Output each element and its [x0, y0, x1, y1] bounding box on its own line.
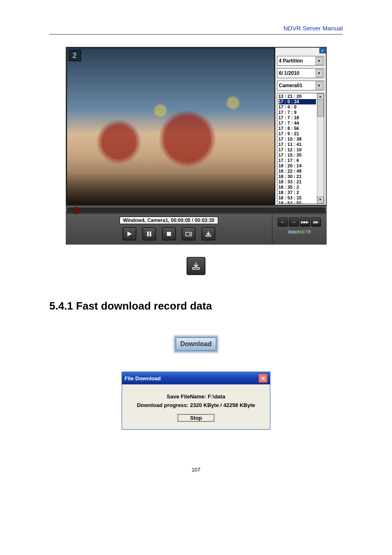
download-button[interactable]	[201, 227, 215, 240]
seek-thumb[interactable]	[75, 207, 78, 214]
chevron-down-icon[interactable]: ▾	[316, 57, 323, 65]
stop-button[interactable]	[162, 227, 176, 240]
dialog-titlebar[interactable]: File Download ✕	[122, 372, 270, 384]
chevron-down-icon[interactable]: ▾	[316, 81, 323, 90]
time-item[interactable]: 18 : 20 : 14	[279, 163, 316, 169]
time-item[interactable]: 17 : 0 : 24	[279, 99, 316, 104]
svg-rect-1	[147, 231, 149, 236]
side-panel: × 4 Partition ▾ 6/ 1/2010 ▾ Camera01 ▾ 1…	[275, 48, 326, 205]
page-number: 107	[49, 467, 343, 473]
time-item[interactable]: 17 : 4 : 0	[279, 104, 316, 110]
download-icon	[187, 257, 205, 275]
date-value: 6/ 1/2010	[279, 70, 300, 76]
video-viewport[interactable]: 2	[67, 48, 275, 205]
nav-forward-button[interactable]: →	[289, 217, 299, 227]
time-item[interactable]: 17 : 15 : 35	[279, 153, 316, 158]
partition-value: 4 Partition	[279, 58, 303, 64]
svg-rect-7	[193, 268, 199, 269]
chevron-down-icon[interactable]: ▾	[316, 69, 323, 77]
time-item[interactable]: 18 : 22 : 49	[279, 169, 316, 174]
time-item[interactable]: 18 : 54 : 55	[279, 201, 316, 204]
close-icon[interactable]: ×	[319, 48, 326, 53]
brand-label: WatchNET®	[288, 230, 311, 234]
time-item[interactable]: 17 : 17 : 6	[279, 158, 316, 163]
stop-button[interactable]: Stop	[178, 414, 215, 422]
camera-select[interactable]: Camera01 ▾	[277, 81, 324, 90]
file-download-dialog: File Download ✕ Save FileName: F:\data D…	[122, 372, 270, 430]
pause-button[interactable]	[142, 227, 156, 240]
svg-rect-6	[206, 235, 211, 236]
svg-point-5	[189, 234, 191, 235]
time-item[interactable]: 18 : 35 : 2	[279, 185, 316, 190]
time-item[interactable]: 17 : 7 : 18	[279, 115, 316, 120]
snapshot-button[interactable]	[182, 227, 196, 240]
time-listbox[interactable]: 13 : 21 : 2017 : 0 : 2417 : 4 : 017 : 7 …	[277, 93, 324, 204]
scrollbar[interactable]: ▴ ▾	[317, 93, 324, 204]
play-button[interactable]	[122, 227, 136, 240]
camera-value: Camera01	[279, 83, 302, 88]
nav-button-row: ← → ▸▸▸ ▸▸	[278, 217, 321, 227]
nav-end-button[interactable]: ▸▸	[311, 217, 321, 227]
svg-marker-0	[127, 231, 132, 236]
time-item[interactable]: 17 : 10 : 38	[279, 136, 316, 142]
download-rect-button[interactable]: Download	[175, 337, 217, 351]
close-icon[interactable]: ✕	[258, 374, 267, 383]
svg-rect-2	[150, 231, 151, 236]
camera-badge: 2	[69, 50, 81, 61]
scroll-down-icon[interactable]: ▾	[317, 197, 324, 204]
time-item[interactable]: 18 : 37 : 2	[279, 190, 316, 195]
svg-rect-3	[167, 232, 171, 236]
dialog-title: File Download	[125, 375, 161, 382]
time-item[interactable]: 17 : 12 : 10	[279, 147, 316, 153]
time-item[interactable]: 13 : 21 : 20	[279, 94, 316, 99]
section-heading: 5.4.1 Fast download record data	[49, 300, 343, 312]
time-item[interactable]: 17 : 7 : 9	[279, 110, 316, 115]
time-item[interactable]: 17 : 9 : 21	[279, 131, 316, 136]
seek-track[interactable]	[67, 208, 325, 213]
nav-back-button[interactable]: ←	[278, 217, 288, 227]
nav-fast-forward-button[interactable]: ▸▸▸	[300, 217, 310, 227]
time-item[interactable]: 17 : 11 : 41	[279, 142, 316, 147]
partition-select[interactable]: 4 Partition ▾	[277, 56, 324, 66]
player-window: 2 × 4 Partition ▾ 6/ 1/2010 ▾ Camera01 ▾…	[66, 47, 327, 245]
scroll-thumb[interactable]	[317, 99, 324, 117]
dialog-filename: Save FileName: F:\data	[126, 393, 266, 400]
seek-bar-row	[66, 206, 327, 214]
time-item[interactable]: 17 : 8 : 56	[279, 126, 316, 131]
playback-status: Window4, Camera1, 00:00:05 / 00:03:35	[120, 217, 218, 224]
date-select[interactable]: 6/ 1/2010 ▾	[277, 68, 324, 78]
page-header: NDVR Server Manual	[49, 25, 343, 35]
dialog-progress: Download progress: 2320 KByte / 42258 KB…	[126, 402, 266, 408]
time-item[interactable]: 17 : 7 : 44	[279, 120, 316, 126]
time-item[interactable]: 18 : 33 : 21	[279, 179, 316, 185]
time-item[interactable]: 18 : 30 : 21	[279, 174, 316, 179]
time-item[interactable]: 18 : 53 : 15	[279, 195, 316, 201]
